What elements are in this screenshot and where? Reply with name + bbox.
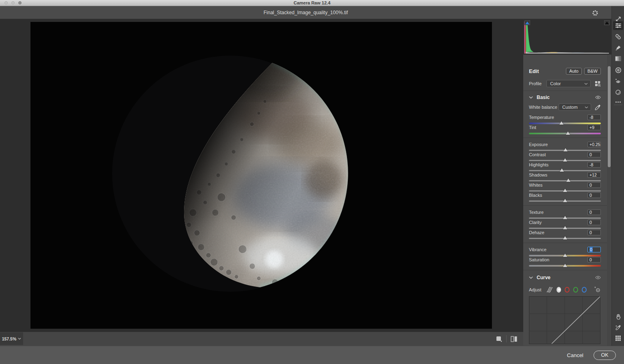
gear-icon[interactable] <box>591 9 599 17</box>
color-sampler-icon[interactable] <box>615 324 622 331</box>
saturation-slider-track[interactable] <box>529 265 601 267</box>
radial-filter-icon[interactable] <box>615 67 622 73</box>
blacks-slider-track[interactable] <box>529 200 601 202</box>
exposure-slider-track[interactable] <box>529 150 601 151</box>
texture-slider-track[interactable] <box>529 218 601 219</box>
gradient-filter-icon[interactable] <box>615 55 622 62</box>
highlights-slider-thumb[interactable] <box>560 168 564 172</box>
whites-value-field[interactable]: 0 <box>587 182 601 188</box>
shadows-value-field[interactable]: +12 <box>587 172 601 178</box>
tint-label: Tint <box>529 125 536 130</box>
exposure-value-field[interactable]: +0.25 <box>587 142 601 147</box>
clarity-slider-thumb[interactable] <box>563 226 567 229</box>
bottom-bar: Cancel OK <box>0 346 624 364</box>
vibrance-label: Vibrance <box>529 247 546 252</box>
highlights-label: Highlights <box>529 162 548 167</box>
slider-tint: Tint+9 <box>529 125 601 135</box>
contrast-slider-thumb[interactable] <box>563 158 567 162</box>
app-title: Camera Raw 12.4 <box>0 0 624 6</box>
chevron-down-icon <box>529 276 533 279</box>
highlights-slider-track[interactable] <box>529 170 601 171</box>
temperature-slider-thumb[interactable] <box>559 121 563 125</box>
clarity-slider-track[interactable] <box>529 228 601 229</box>
whites-slider-thumb[interactable] <box>563 189 567 192</box>
zoom-window-button[interactable] <box>18 1 22 4</box>
zoom-level-dropdown[interactable]: 157.5% <box>0 332 23 345</box>
section-divider <box>523 205 607 206</box>
temperature-label: Temperature <box>529 115 554 120</box>
vibrance-value-field[interactable]: 0 <box>587 247 601 252</box>
scrollbar-thumb[interactable] <box>608 66 611 167</box>
texture-slider-thumb[interactable] <box>563 216 567 219</box>
profile-dropdown[interactable]: Color <box>546 80 591 87</box>
highlights-value-field[interactable]: -8 <box>587 162 601 168</box>
vibrance-slider-thumb[interactable] <box>563 254 567 257</box>
minimize-window-button[interactable] <box>11 1 15 4</box>
white-balance-dropdown[interactable]: Custom <box>559 103 591 111</box>
exposure-slider-thumb[interactable] <box>563 148 568 151</box>
chevron-down-icon <box>584 83 588 85</box>
slider-whites: Whites0 <box>529 182 601 192</box>
close-window-button[interactable] <box>4 1 8 4</box>
image-canvas[interactable] <box>30 22 492 329</box>
vibrance-slider-track[interactable] <box>529 255 601 256</box>
dehaze-value-field[interactable]: 0 <box>587 230 601 235</box>
tint-slider-thumb[interactable] <box>566 131 570 135</box>
temperature-slider-track[interactable] <box>529 123 601 124</box>
profile-browser-icon[interactable] <box>595 81 601 87</box>
tint-slider-track[interactable] <box>529 133 601 134</box>
preview-mode-icon[interactable] <box>496 336 502 342</box>
presets-icon[interactable] <box>615 89 622 96</box>
curve-preview-eye-icon[interactable] <box>595 276 601 280</box>
clarity-value-field[interactable]: 0 <box>587 220 601 225</box>
dehaze-label: Dehaze <box>529 230 544 235</box>
red-channel-icon[interactable] <box>565 287 570 293</box>
highlight-clipping-indicator[interactable] <box>604 20 610 25</box>
blacks-slider-thumb[interactable] <box>563 199 567 202</box>
slider-temperature: Temperature-8 <box>529 114 601 125</box>
temperature-value-field[interactable]: -8 <box>587 114 601 120</box>
section-divider <box>523 270 607 270</box>
before-after-view-icon[interactable] <box>511 336 518 342</box>
contrast-slider-track[interactable] <box>529 160 601 161</box>
healing-icon[interactable] <box>615 33 622 40</box>
edit-panel: Edit Auto B&W Profile Color <box>523 19 611 346</box>
edit-sliders-icon[interactable] <box>615 22 622 29</box>
ok-button[interactable]: OK <box>594 351 616 360</box>
tone-curve-grid[interactable] <box>529 296 600 344</box>
basic-section-header[interactable]: Basic <box>529 94 601 101</box>
basic-section-title: Basic <box>537 95 595 100</box>
tool-column <box>611 6 624 346</box>
white-balance-eyedropper-icon[interactable] <box>595 104 601 110</box>
brush-icon[interactable] <box>615 44 622 51</box>
contrast-value-field[interactable]: 0 <box>587 152 601 157</box>
bw-button[interactable]: B&W <box>584 68 601 75</box>
basic-preview-eye-icon[interactable] <box>595 95 601 99</box>
whites-slider-track[interactable] <box>529 190 601 192</box>
point-curve-channel-icon[interactable] <box>557 287 561 293</box>
saturation-value-field[interactable]: 0 <box>587 257 601 263</box>
saturation-slider-thumb[interactable] <box>563 264 567 267</box>
dehaze-slider-thumb[interactable] <box>563 236 567 239</box>
blue-channel-icon[interactable] <box>582 287 587 293</box>
green-channel-icon[interactable] <box>573 287 578 293</box>
section-divider <box>523 90 607 91</box>
dehaze-slider-track[interactable] <box>529 238 601 239</box>
shadows-slider-track[interactable] <box>529 180 601 181</box>
grid-overlay-icon[interactable] <box>615 335 622 342</box>
texture-value-field[interactable]: 0 <box>587 209 601 215</box>
hand-icon[interactable] <box>615 313 622 320</box>
parametric-curve-icon[interactable] <box>546 286 553 293</box>
panel-scrollbar <box>607 55 611 346</box>
cancel-button[interactable]: Cancel <box>567 352 583 358</box>
histogram[interactable] <box>523 19 611 55</box>
shadows-slider-thumb[interactable] <box>566 179 570 182</box>
red-eye-icon[interactable] <box>615 78 622 84</box>
auto-button[interactable]: Auto <box>566 68 582 75</box>
tint-value-field[interactable]: +9 <box>587 125 601 130</box>
targeted-adjustment-icon[interactable] <box>594 286 601 293</box>
section-divider <box>523 138 607 138</box>
blacks-value-field[interactable]: 0 <box>587 192 601 198</box>
curve-section-header[interactable]: Curve <box>529 274 601 281</box>
shadow-clipping-indicator[interactable] <box>524 20 530 25</box>
